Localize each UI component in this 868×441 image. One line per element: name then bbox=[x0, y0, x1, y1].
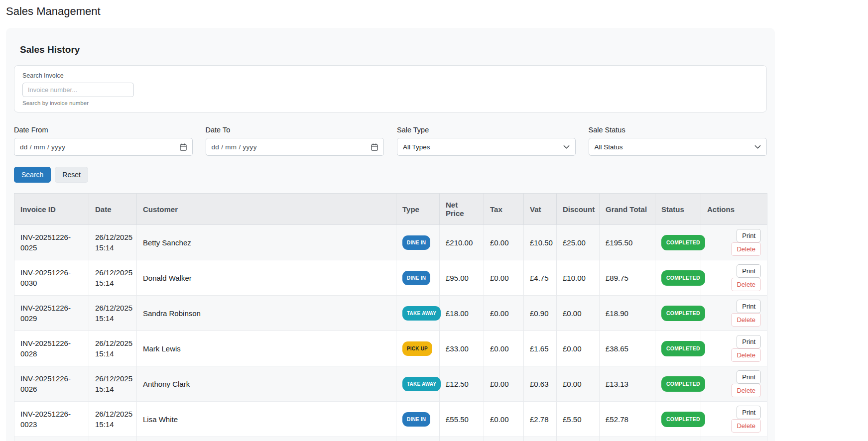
grand-total-cell: £89.75 bbox=[600, 260, 655, 296]
col-date: Date bbox=[89, 194, 137, 225]
status-cell: COMPLETED bbox=[655, 437, 701, 441]
sales-table: Invoice ID Date Customer Type Net Price … bbox=[14, 193, 767, 441]
sale-status-select[interactable]: All Status bbox=[589, 138, 767, 156]
sale-type-badge: DINE IN bbox=[402, 235, 430, 250]
status-cell: COMPLETED bbox=[655, 402, 701, 437]
date-cell: 26/12/2025 15:14 bbox=[89, 225, 137, 260]
sale-type-badge: TAKE AWAY bbox=[402, 377, 441, 391]
table-body: INV-20251226-002526/12/2025 15:14Betty S… bbox=[14, 225, 767, 441]
status-badge: COMPLETED bbox=[661, 341, 705, 356]
date-from-value: dd / mm / yyyy bbox=[20, 143, 65, 151]
reset-button[interactable]: Reset bbox=[55, 167, 88, 183]
discount-cell: £0.00 bbox=[557, 296, 600, 331]
net-price-cell: £18.00 bbox=[440, 296, 484, 331]
delete-button[interactable]: Delete bbox=[731, 278, 761, 291]
status-badge: COMPLETED bbox=[661, 376, 705, 392]
print-button[interactable]: Print bbox=[737, 300, 761, 313]
vat-cell: £1.65 bbox=[524, 331, 557, 366]
net-price-cell: £120.00 bbox=[440, 437, 484, 441]
invoice-search-input[interactable] bbox=[22, 83, 134, 97]
grand-total-cell: £13.13 bbox=[600, 366, 655, 402]
date-cell: 26/12/2025 15:14 bbox=[89, 402, 137, 437]
tax-cell: £0.00 bbox=[484, 437, 524, 441]
delete-button[interactable]: Delete bbox=[731, 242, 761, 256]
calendar-icon[interactable] bbox=[180, 143, 187, 151]
grand-total-cell: £52.78 bbox=[600, 402, 655, 437]
table-row: INV-20251226-002326/12/2025 15:14Lisa Wh… bbox=[14, 402, 767, 437]
sale-type-badge: TAKE AWAY bbox=[402, 306, 441, 321]
col-net-price: Net Price bbox=[440, 194, 484, 225]
actions-cell: PrintDelete bbox=[701, 402, 767, 437]
tax-cell: £0.00 bbox=[484, 225, 524, 260]
print-button[interactable]: Print bbox=[737, 229, 761, 242]
date-to-value: dd / mm / yyyy bbox=[212, 143, 257, 151]
sale-type-label: Sale Type bbox=[397, 126, 576, 134]
page-title: Sales Management bbox=[6, 5, 868, 18]
type-cell: PICK UP bbox=[396, 331, 440, 366]
status-cell: COMPLETED bbox=[655, 366, 701, 402]
actions-cell: PrintDelete bbox=[701, 225, 767, 260]
table-row: INV-20251226-003026/12/2025 15:14Donald … bbox=[14, 260, 767, 296]
date-cell: 26/12/2025 15:14 bbox=[89, 366, 137, 402]
status-cell: COMPLETED bbox=[655, 331, 701, 366]
invoice-id-cell: INV-20251226-0021 bbox=[14, 437, 89, 441]
col-status: Status bbox=[655, 194, 701, 225]
customer-cell: Sandra Robinson bbox=[137, 296, 396, 331]
tax-cell: £0.00 bbox=[484, 366, 524, 402]
print-button[interactable]: Print bbox=[737, 406, 761, 419]
col-grand-total: Grand Total bbox=[600, 194, 655, 225]
search-invoice-label: Search Invoice bbox=[22, 72, 758, 79]
delete-button[interactable]: Delete bbox=[731, 348, 761, 362]
print-button[interactable]: Print bbox=[737, 264, 761, 278]
discount-cell: £10.00 bbox=[557, 437, 600, 441]
date-to-input[interactable]: dd / mm / yyyy bbox=[206, 138, 384, 156]
net-price-cell: £12.50 bbox=[440, 366, 484, 402]
status-badge: COMPLETED bbox=[661, 235, 705, 250]
table-header-row: Invoice ID Date Customer Type Net Price … bbox=[14, 194, 767, 225]
grand-total-cell: £38.65 bbox=[600, 331, 655, 366]
date-cell: 26/12/2025 15:14 bbox=[89, 260, 137, 296]
grand-total-cell: £195.50 bbox=[600, 225, 655, 260]
chevron-down-icon bbox=[754, 145, 761, 149]
customer-cell: Nancy Perez bbox=[137, 437, 396, 441]
actions-cell: PrintDelete bbox=[701, 366, 767, 402]
date-from-input[interactable]: dd / mm / yyyy bbox=[14, 138, 193, 156]
status-badge: COMPLETED bbox=[661, 306, 705, 321]
filter-row: Date From dd / mm / yyyy Date To dd / mm… bbox=[14, 126, 767, 156]
delete-button[interactable]: Delete bbox=[731, 384, 761, 397]
table-row: INV-20251226-002626/12/2025 15:14Anthony… bbox=[14, 366, 767, 402]
tax-cell: £0.00 bbox=[484, 296, 524, 331]
tax-cell: £0.00 bbox=[484, 260, 524, 296]
filter-date-from: Date From dd / mm / yyyy bbox=[14, 126, 193, 156]
col-tax: Tax bbox=[484, 194, 524, 225]
date-cell: 26/12/2025 15:14 bbox=[89, 437, 137, 441]
chevron-down-icon bbox=[563, 145, 570, 149]
search-help-text: Search by invoice number bbox=[22, 100, 758, 106]
actions-cell: PrintDelete bbox=[701, 331, 767, 366]
print-button[interactable]: Print bbox=[737, 335, 761, 348]
print-button[interactable]: Print bbox=[737, 370, 761, 384]
delete-button[interactable]: Delete bbox=[731, 419, 761, 433]
sale-type-value: All Types bbox=[403, 143, 430, 151]
status-cell: COMPLETED bbox=[655, 296, 701, 331]
date-cell: 26/12/2025 15:14 bbox=[89, 296, 137, 331]
sale-type-select[interactable]: All Types bbox=[397, 138, 576, 156]
delete-button[interactable]: Delete bbox=[731, 313, 761, 327]
table-row: INV-20251226-002826/12/2025 15:14Mark Le… bbox=[14, 331, 767, 366]
col-invoice-id: Invoice ID bbox=[14, 194, 89, 225]
customer-cell: Betty Sanchez bbox=[137, 225, 396, 260]
net-price-cell: £210.00 bbox=[440, 225, 484, 260]
type-cell: DINE IN bbox=[396, 225, 440, 260]
net-price-cell: £55.50 bbox=[440, 402, 484, 437]
vat-cell: £0.63 bbox=[524, 366, 557, 402]
actions-cell: PrintDelete bbox=[701, 296, 767, 331]
customer-cell: Lisa White bbox=[137, 402, 396, 437]
invoice-id-cell: INV-20251226-0023 bbox=[14, 402, 89, 437]
status-badge: COMPLETED bbox=[661, 270, 705, 286]
search-button[interactable]: Search bbox=[14, 167, 51, 183]
calendar-icon[interactable] bbox=[371, 143, 378, 151]
sales-history-panel: Sales History Search Invoice Search by i… bbox=[6, 28, 775, 441]
col-type: Type bbox=[396, 194, 440, 225]
col-customer: Customer bbox=[137, 194, 396, 225]
filter-sale-status: Sale Status All Status bbox=[589, 126, 767, 156]
